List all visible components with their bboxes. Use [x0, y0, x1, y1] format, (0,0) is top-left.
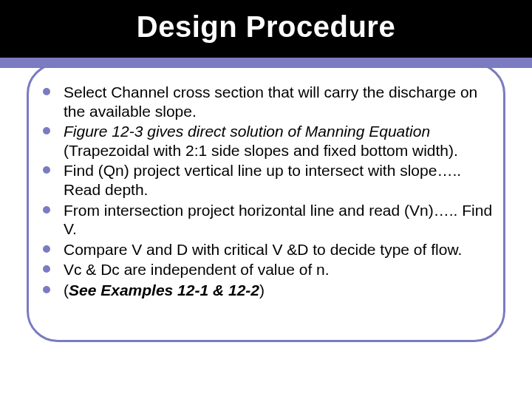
list-item-text: (Trapezoidal with 2:1 side slopes and fi… [64, 142, 458, 159]
list-item-text: Figure 12-3 gives direct solution of Man… [64, 123, 430, 140]
list-item-text: See Examples 12-1 & 12-2 [69, 282, 259, 299]
bullet-icon [43, 127, 50, 134]
list-item-text: ) [259, 282, 265, 299]
bullet-icon [43, 245, 50, 253]
list-item-text: Select Channel cross section that will c… [64, 83, 477, 120]
list-item: Find (Qn) project vertical line up to in… [38, 161, 497, 199]
list-item: Vc & Dc are independent of value of n. [38, 260, 497, 279]
bullet-list: Select Channel cross section that will c… [38, 83, 497, 300]
bullet-icon [43, 88, 50, 95]
list-item-text: Find (Qn) project vertical line up to in… [64, 162, 461, 198]
slide: Design Procedure Select Channel cross se… [0, 0, 532, 399]
list-item-text: Vc & Dc are independent of value of n. [64, 261, 330, 278]
list-item: Figure 12-3 gives direct solution of Man… [38, 122, 497, 160]
bullet-icon [43, 286, 50, 293]
bullet-icon [43, 265, 50, 273]
bullet-icon [43, 206, 50, 214]
content-area: Select Channel cross section that will c… [38, 83, 497, 301]
list-item-text: Compare V and D with critical V &D to de… [64, 241, 462, 258]
bullet-icon [43, 166, 50, 174]
list-item-text: ( [64, 282, 69, 299]
list-item-text: From intersection project horizontal lin… [64, 202, 492, 238]
list-item: (See Examples 12-1 & 12-2) [38, 281, 497, 300]
page-title: Design Procedure [0, 10, 532, 44]
list-item: Compare V and D with critical V &D to de… [38, 240, 497, 259]
list-item: Select Channel cross section that will c… [38, 83, 497, 120]
list-item: From intersection project horizontal lin… [38, 201, 497, 239]
